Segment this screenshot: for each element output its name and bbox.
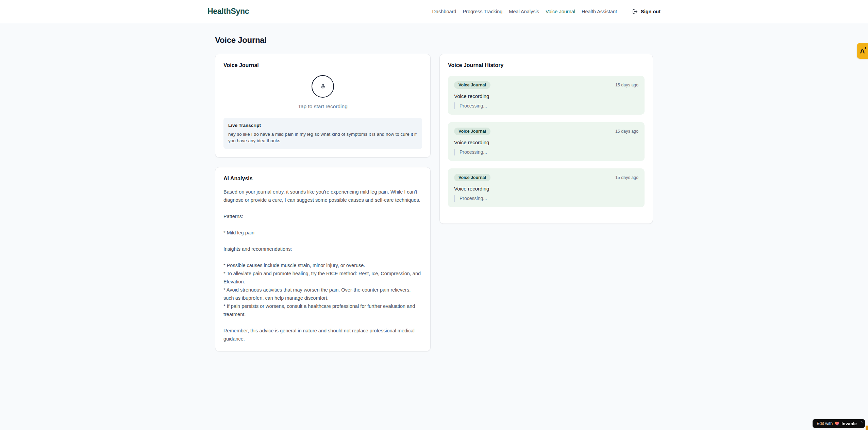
nav-item-progress-tracking[interactable]: Progress Tracking [463, 9, 502, 14]
entry-status: Processing... [454, 102, 638, 109]
ai-analysis-body: Based on your journal entry, it sounds l… [223, 188, 422, 343]
entry-type-badge: Voice Journal [454, 128, 490, 135]
history-list: Voice Journal 15 days ago Voice recordin… [448, 76, 645, 207]
voice-journal-history-card: Voice Journal History Voice Journal 15 d… [439, 54, 653, 224]
ai-analysis-title: AI Analysis [223, 176, 422, 182]
entry-label: Voice recording [454, 93, 638, 99]
entry-header: Voice Journal 15 days ago [454, 128, 638, 135]
left-column: Voice Journal Tap to start recording [215, 54, 431, 351]
history-entry[interactable]: Voice Journal 15 days ago Voice recordin… [448, 76, 645, 115]
glyph-mark [865, 47, 866, 49]
browser-extension-badge[interactable]: Λ [857, 43, 868, 59]
entry-status: Processing... [454, 149, 638, 155]
entry-timestamp: 15 days ago [615, 83, 638, 87]
nav-item-voice-journal[interactable]: Voice Journal [546, 9, 575, 14]
lovable-prefix-label: Edit with [817, 421, 833, 426]
main-content: Voice Journal Voice Journal [215, 23, 653, 351]
entry-label: Voice recording [454, 139, 638, 145]
record-button[interactable] [312, 75, 334, 98]
entry-type-badge: Voice Journal [454, 81, 490, 89]
sign-out-label: Sign out [641, 9, 661, 14]
entry-header: Voice Journal 15 days ago [454, 174, 638, 181]
heart-icon [835, 421, 839, 426]
log-out-icon [632, 9, 638, 14]
sign-out-button[interactable]: Sign out [632, 9, 661, 14]
app-header: HealthSync Dashboard Progress Tracking M… [0, 0, 868, 23]
lovable-brand-label: lovable [841, 421, 857, 426]
main-nav: Dashboard Progress Tracking Meal Analysi… [432, 9, 661, 14]
nav-item-health-assistant[interactable]: Health Assistant [582, 9, 617, 14]
content-grid: Voice Journal Tap to start recording [215, 54, 653, 351]
live-transcript-box: Live Transcript hey so like I do have a … [223, 118, 422, 149]
page-title: Voice Journal [215, 35, 653, 45]
nav-item-dashboard[interactable]: Dashboard [432, 9, 456, 14]
lambda-logo-icon: Λ [860, 47, 865, 54]
entry-type-badge: Voice Journal [454, 174, 490, 181]
voice-recorder-card: Voice Journal Tap to start recording [215, 54, 431, 158]
edit-with-lovable-badge[interactable]: Edit with lovable × [813, 419, 865, 428]
microphone-icon [320, 83, 326, 90]
ai-analysis-card: AI Analysis Based on your journal entry,… [215, 167, 431, 351]
corner-notification-chip [866, 426, 868, 430]
tap-to-record-hint: Tap to start recording [298, 103, 348, 110]
history-entry[interactable]: Voice Journal 15 days ago Voice recordin… [448, 168, 645, 207]
entry-header: Voice Journal 15 days ago [454, 81, 638, 89]
entry-timestamp: 15 days ago [615, 129, 638, 134]
recorder-card-title: Voice Journal [223, 62, 422, 68]
live-transcript-title: Live Transcript [228, 123, 417, 128]
close-icon[interactable]: × [861, 420, 863, 424]
header-container: HealthSync Dashboard Progress Tracking M… [207, 7, 661, 16]
app-logo[interactable]: HealthSync [207, 7, 249, 16]
entry-label: Voice recording [454, 186, 638, 192]
nav-item-meal-analysis[interactable]: Meal Analysis [509, 9, 539, 14]
recorder-area: Tap to start recording [223, 75, 422, 110]
entry-status: Processing... [454, 195, 638, 202]
entry-timestamp: 15 days ago [615, 175, 638, 180]
history-card-title: Voice Journal History [448, 62, 645, 68]
history-entry[interactable]: Voice Journal 15 days ago Voice recordin… [448, 122, 645, 161]
live-transcript-text: hey so like I do have a mild pain in my … [228, 131, 417, 144]
